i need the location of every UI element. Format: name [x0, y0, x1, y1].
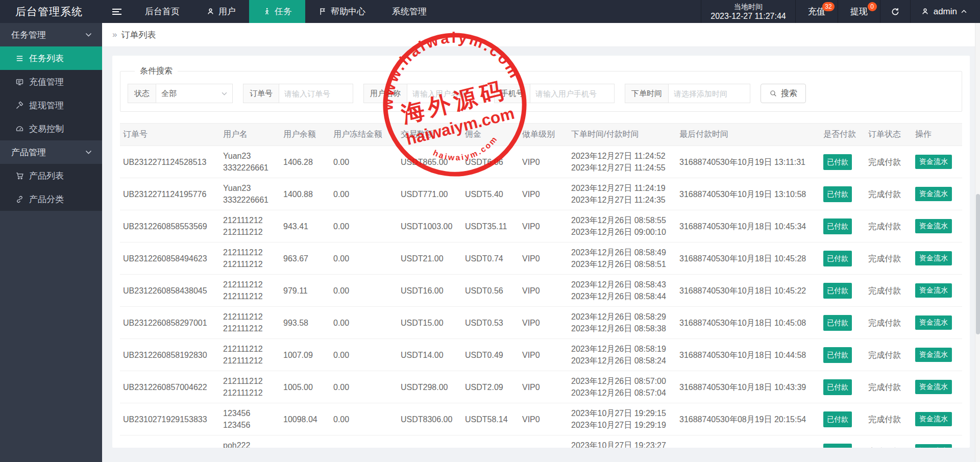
cell-level: VIP0 [519, 178, 568, 210]
order-list-card: 条件搜索 状态 全部 订单号 用户名称 [112, 56, 970, 448]
sidebar-group-product[interactable]: 产品管理 [0, 140, 102, 164]
cell-status: 完成付款 [865, 403, 912, 435]
cell-commission: USDT35.11 [462, 210, 519, 242]
cell-username: poh222poh222 [220, 435, 280, 448]
hamburger-icon [112, 7, 121, 16]
cell-username: 212111212212111212 [220, 275, 280, 307]
cell-order-pay-time: 2023年10月27日 19:23:272023年10月27日 19:23:32 [568, 435, 676, 448]
walking-person-icon [262, 7, 271, 16]
fund-flow-button[interactable]: 资金流水 [915, 380, 952, 394]
nav-item-home[interactable]: 后台首页 [132, 0, 193, 23]
username-filter: 用户名称 [363, 84, 484, 103]
order-table: 订单号用户名用户余额用户冻结金额交易数额佣金做单级别下单时间/付款时间最后付款时… [120, 123, 962, 448]
column-header: 下单时间/付款时间 [568, 124, 676, 146]
nav-item-help[interactable]: 帮助中心 [305, 0, 379, 23]
sidebar-group-task[interactable]: 任务管理 [0, 23, 102, 46]
sidebar-item-product-list[interactable]: 产品列表 [0, 164, 102, 187]
cell-order-pay-time: 2023年12月26日 08:57:002023年12月26日 08:57:04 [568, 371, 676, 403]
column-header: 是否付款 [820, 124, 865, 146]
refresh-button[interactable] [880, 0, 910, 23]
cell-paid: 已付款 [820, 371, 865, 403]
fund-flow-button[interactable]: 资金流水 [915, 283, 952, 298]
sidebar-item-withdraw[interactable]: 提现管理 [0, 93, 102, 117]
chevron-down-icon [85, 33, 92, 37]
cell-balance: 1007.09 [280, 339, 330, 371]
cell-paid: 已付款 [820, 307, 865, 339]
cell-action: 资金流水 [912, 307, 962, 339]
scrollbar-thumb[interactable] [976, 194, 980, 334]
cell-amount: USDT298.00 [398, 371, 462, 403]
fund-flow-button[interactable]: 资金流水 [915, 412, 952, 426]
withdraw-link[interactable]: 提现 0 [838, 0, 880, 23]
cell-last-pay-time: 31688740530年10月18日 10:45:08 [676, 307, 820, 339]
cell-frozen: 0.00 [330, 339, 398, 371]
cell-commission: USDT2.09 [462, 371, 519, 403]
fund-flow-button[interactable]: 资金流水 [915, 187, 952, 201]
cell-last-pay-time: 31688740530年10月18日 10:45:34 [676, 210, 820, 242]
order-time-filter: 下单时间 [625, 84, 750, 103]
cell-frozen: 0.00 [330, 178, 398, 210]
cell-level: VIP0 [519, 435, 568, 448]
cart-icon [15, 172, 24, 180]
cell-last-pay-time: 31688740530年08月19日 20:15:54 [676, 403, 820, 435]
cell-username: 212111212212111212 [220, 371, 280, 403]
top-nav: 后台首页 用户 任务 帮助中心 系统管理 [132, 0, 440, 23]
cell-balance: 993.58 [280, 307, 330, 339]
column-header: 佣金 [462, 124, 519, 146]
table-row: UB231027192915383312345612345610098.040.… [120, 403, 962, 435]
sidebar-item-product-category[interactable]: 产品分类 [0, 187, 102, 211]
nav-item-users[interactable]: 用户 [193, 0, 249, 23]
fund-flow-button[interactable]: 资金流水 [915, 444, 952, 448]
cell-level: VIP0 [519, 339, 568, 371]
cell-username: 212111212212111212 [220, 210, 280, 242]
cell-paid: 已付款 [820, 339, 865, 371]
nav-item-system[interactable]: 系统管理 [379, 0, 440, 23]
phone-input[interactable] [530, 84, 615, 103]
cell-amount: USDT865.00 [398, 146, 462, 178]
admin-menu[interactable]: admin [910, 0, 980, 23]
fund-flow-button[interactable]: 资金流水 [915, 155, 952, 169]
cell-commission: USDT5.40 [462, 178, 519, 210]
recharge-link[interactable]: 充值 32 [795, 0, 838, 23]
list-icon [15, 54, 24, 63]
fund-flow-button[interactable]: 资金流水 [915, 315, 952, 330]
cell-order-no: UB2312271124528513 [120, 146, 220, 178]
cell-order-no: UB2310271923273339 [120, 435, 220, 448]
fund-flow-button[interactable]: 资金流水 [915, 348, 952, 362]
search-button[interactable]: 搜索 [761, 84, 806, 103]
status-select[interactable]: 全部 [156, 84, 233, 103]
cell-commission: USDT0.49 [462, 339, 519, 371]
cell-order-pay-time: 2023年12月26日 08:58:432023年12月26日 08:58:44 [568, 275, 676, 307]
nav-item-tasks[interactable]: 任务 [249, 0, 305, 23]
sidebar-item-recharge[interactable]: 充值管理 [0, 70, 102, 93]
cell-balance: 511.07 [280, 435, 330, 448]
breadcrumb-arrow: » [112, 30, 117, 40]
cell-level: VIP0 [519, 146, 568, 178]
username-input[interactable] [407, 84, 484, 103]
cell-frozen: 0.00 [330, 210, 398, 242]
cell-amount: USDT21.00 [398, 242, 462, 275]
sidebar-item-task-list[interactable]: 任务列表 [0, 46, 102, 70]
chevron-down-icon [85, 150, 92, 154]
order-time-input[interactable] [669, 84, 750, 103]
vertical-scrollbar[interactable] [975, 23, 980, 462]
order-no-input[interactable] [279, 84, 353, 103]
paid-badge: 已付款 [823, 411, 852, 427]
cell-status: 完成付款 [865, 339, 912, 371]
main-content: » 订单列表 条件搜索 状态 全部 订单号 [102, 23, 980, 462]
cell-paid: 已付款 [820, 178, 865, 210]
sidebar-item-trade-control[interactable]: 交易控制 [0, 117, 102, 140]
admin-app: 后台管理系统 后台首页 用户 任务 帮助中心 系统管理 [0, 0, 980, 462]
username-label: 用户名称 [363, 84, 407, 103]
cell-action: 资金流水 [912, 210, 962, 242]
order-no-label: 订单号 [243, 84, 279, 103]
sidebar-toggle-button[interactable] [102, 0, 132, 23]
admin-avatar-icon [921, 7, 929, 16]
fund-flow-button[interactable]: 资金流水 [915, 219, 952, 233]
column-header: 订单号 [120, 124, 220, 146]
fund-flow-button[interactable]: 资金流水 [915, 251, 952, 265]
cell-balance: 10098.04 [280, 403, 330, 435]
cell-frozen: 0.00 [330, 371, 398, 403]
cell-level: VIP0 [519, 371, 568, 403]
cell-order-pay-time: 2023年12月26日 08:58:192023年12月26日 08:58:24 [568, 339, 676, 371]
